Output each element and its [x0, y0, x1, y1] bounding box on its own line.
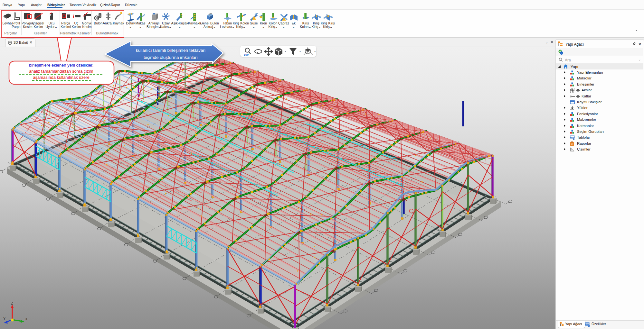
svg-text:kullanıcı tanımlı birleşimleri: kullanıcı tanımlı birleşimleri teklavari [136, 48, 205, 53]
svg-text:birleşimlere eklenen yeni özel: birleşimlere eklenen yeni özellikler, [29, 63, 93, 68]
svg-text:biçimde oluşturma imkanları: biçimde oluşturma imkanları [144, 55, 198, 60]
svg-text:aşamasında kullanılmak üzere: aşamasında kullanılmak üzere [33, 75, 90, 80]
svg-text:Y: Y [3, 316, 6, 320]
svg-text:Σ: Σ [573, 137, 574, 140]
svg-text:analiz tamamlandıktan sonra çi: analiz tamamlandıktan sonra çizim [29, 69, 93, 74]
svg-text:Z: Z [11, 301, 13, 305]
svg-text:X: X [25, 317, 28, 321]
svg-text:100: 100 [244, 53, 249, 56]
